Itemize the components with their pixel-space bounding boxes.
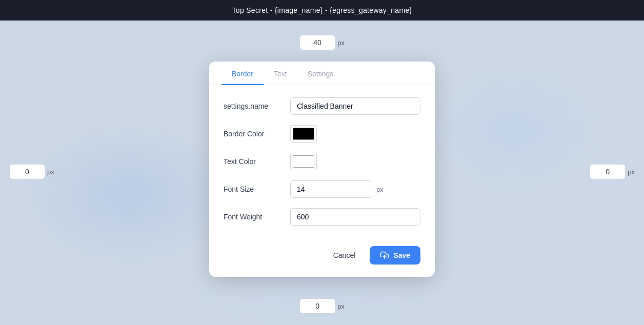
dialog-tabs: Border Text Settings [209,62,435,85]
font-weight-input[interactable] [290,208,420,226]
cancel-button[interactable]: Cancel [325,247,364,263]
tab-text[interactable]: Text [264,62,297,85]
dimension-left-unit: px [47,168,54,176]
border-color-row: Border Color [224,125,420,143]
text-color-picker[interactable] [290,153,317,170]
dimension-left-container: px [9,164,54,179]
font-size-control: px [290,180,420,198]
text-color-swatch [293,155,314,168]
font-size-unit: px [376,186,384,193]
border-color-control [290,125,420,143]
dimension-right-unit: px [628,168,635,176]
dimension-left-input[interactable] [9,164,45,179]
font-weight-row: Font Weight [224,208,420,226]
border-color-picker[interactable] [290,125,317,143]
settings-name-row: settings.name [224,97,420,115]
settings-name-control [290,97,420,115]
top-bar: Top Secret - {image_name} - {egress_gate… [0,0,644,21]
dimension-right-container: px [590,164,635,179]
border-color-label: Border Color [224,130,290,138]
font-size-label: Font Size [224,185,290,193]
settings-name-input[interactable] [290,97,420,115]
form-body: settings.name Border Color Text Color [209,85,435,246]
dimension-bottom-input[interactable] [299,298,335,314]
dimension-bottom-container: px [299,298,345,314]
dimension-right-input[interactable] [590,164,626,179]
settings-name-label: settings.name [224,102,290,110]
tab-settings[interactable]: Settings [297,62,344,85]
save-button-label: Save [393,251,410,259]
tab-border[interactable]: Border [222,62,264,85]
text-color-label: Text Color [224,157,290,166]
font-weight-label: Font Weight [224,213,290,221]
save-icon [380,251,389,260]
dimension-bottom-unit: px [337,302,345,310]
dimension-top-unit: px [337,39,345,47]
settings-dialog: Border Text Settings settings.name Borde… [209,62,435,277]
dialog-footer: Cancel Save [209,246,435,277]
font-size-with-suffix: px [290,180,420,198]
font-weight-control [290,208,420,226]
font-size-input[interactable] [290,180,372,198]
dimension-top-container: px [299,35,345,50]
border-color-swatch [293,128,314,140]
text-color-control [290,153,420,170]
save-button[interactable]: Save [370,246,420,265]
font-size-row: Font Size px [224,180,420,198]
top-bar-title: Top Secret - {image_name} - {egress_gate… [232,6,412,14]
text-color-row: Text Color [224,153,420,170]
dimension-top-input[interactable] [299,35,335,50]
